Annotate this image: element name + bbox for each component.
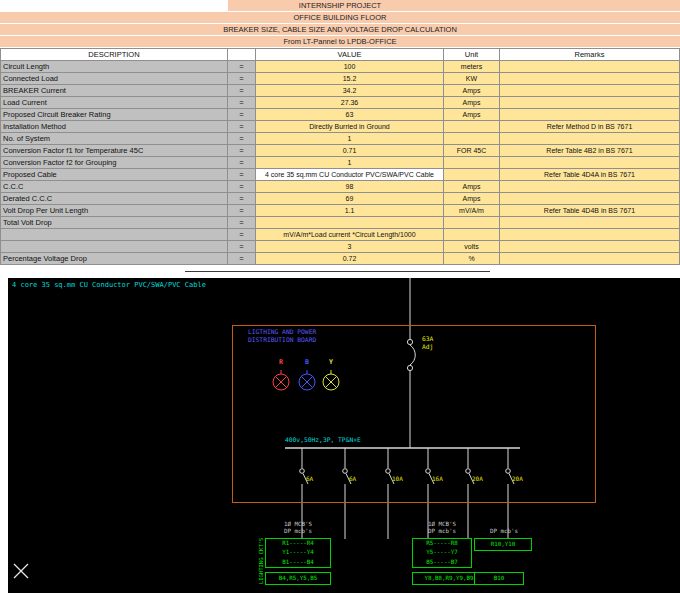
row-eq-cell[interactable]: = bbox=[228, 193, 256, 205]
row-remarks-cell[interactable] bbox=[500, 229, 680, 241]
row-description-cell[interactable]: Proposed Cable bbox=[0, 169, 228, 181]
row-description-cell[interactable]: Connected Load bbox=[0, 73, 228, 85]
row-unit-cell[interactable]: Amps bbox=[444, 181, 500, 193]
row-value-cell[interactable]: 98 bbox=[256, 181, 444, 193]
row-value-cell[interactable]: 100 bbox=[256, 61, 444, 73]
table-row: BREAKER Current = 34.2 Amps bbox=[0, 85, 680, 97]
row-eq-cell[interactable]: = bbox=[228, 121, 256, 133]
header-remarks[interactable]: Remarks bbox=[500, 48, 680, 61]
screenshot-root: INTERNSHIP PROJECT OFFICE BUILDING FLOOR… bbox=[0, 0, 680, 593]
row-description-cell[interactable]: Proposed Circuit Breaker Rating bbox=[0, 109, 228, 121]
row-description-cell[interactable]: Conversion Factor f1 for Temperature 45C bbox=[0, 145, 228, 157]
row-unit-cell[interactable] bbox=[444, 217, 500, 229]
row-eq-cell[interactable]: = bbox=[228, 73, 256, 85]
row-value-cell[interactable]: 0.71 bbox=[256, 145, 444, 157]
row-eq-cell[interactable]: = bbox=[228, 205, 256, 217]
row-eq-cell[interactable]: = bbox=[228, 61, 256, 73]
row-eq-cell[interactable]: = bbox=[228, 181, 256, 193]
side-vertical-label: LIGHTING CKT'S bbox=[258, 538, 264, 584]
row-eq-cell[interactable]: = bbox=[228, 169, 256, 181]
row-unit-cell[interactable]: meters bbox=[444, 61, 500, 73]
row-remarks-cell[interactable] bbox=[500, 97, 680, 109]
row-unit-cell[interactable] bbox=[444, 229, 500, 241]
cad-viewport[interactable]: 4 core 35 sq.mm CU Conductor PVC/SWA/PVC… bbox=[8, 278, 680, 593]
row-value-cell[interactable]: 3 bbox=[256, 241, 444, 253]
row-eq-cell[interactable]: = bbox=[228, 145, 256, 157]
row-value-cell[interactable]: 27.36 bbox=[256, 97, 444, 109]
row-eq-cell[interactable]: = bbox=[228, 97, 256, 109]
row-value-cell[interactable] bbox=[256, 217, 444, 229]
row-description-cell[interactable]: Load Current bbox=[0, 97, 228, 109]
header-value[interactable]: VALUE bbox=[256, 48, 444, 61]
row-value-cell[interactable]: 1.1 bbox=[256, 205, 444, 217]
row-remarks-cell[interactable] bbox=[500, 73, 680, 85]
header-description[interactable]: DESCRIPTION bbox=[0, 48, 228, 61]
row-remarks-cell[interactable]: Refer Table 4B2 in BS 7671 bbox=[500, 145, 680, 157]
row-remarks-cell[interactable] bbox=[500, 133, 680, 145]
row-unit-cell[interactable] bbox=[444, 133, 500, 145]
row-value-cell[interactable]: Directly Burried in Ground bbox=[256, 121, 444, 133]
row-unit-cell[interactable] bbox=[444, 169, 500, 181]
row-remarks-cell[interactable] bbox=[500, 253, 680, 265]
row-value-cell[interactable]: 34.2 bbox=[256, 85, 444, 97]
row-value-cell[interactable]: 63 bbox=[256, 109, 444, 121]
row-remarks-cell[interactable] bbox=[500, 61, 680, 73]
row-remarks-cell[interactable] bbox=[500, 85, 680, 97]
row-value-cell[interactable]: mV/A/m*Load current *Circuit Length/1000 bbox=[256, 229, 444, 241]
row-value-cell[interactable]: 4 core 35 sq.mm CU Conductor PVC/SWA/PVC… bbox=[256, 169, 444, 181]
row-description-cell[interactable]: Conversion Factor f2 for Grouping bbox=[0, 157, 228, 169]
row-description-cell[interactable] bbox=[0, 241, 228, 253]
row-unit-cell[interactable]: Amps bbox=[444, 109, 500, 121]
row-eq-cell[interactable]: = bbox=[228, 109, 256, 121]
row-unit-cell[interactable]: mV/A/m bbox=[444, 205, 500, 217]
row-unit-cell[interactable]: volts bbox=[444, 241, 500, 253]
row-remarks-cell[interactable] bbox=[500, 241, 680, 253]
row-description-cell[interactable]: Volt Drop Per Unit Length bbox=[0, 205, 228, 217]
row-unit-cell[interactable]: Amps bbox=[444, 193, 500, 205]
row-remarks-cell[interactable] bbox=[500, 157, 680, 169]
table-row: Derated C.C.C = 69 Amps bbox=[0, 193, 680, 205]
row-description-cell[interactable]: Installation Method bbox=[0, 121, 228, 133]
row-description-cell[interactable]: Circuit Length bbox=[0, 61, 228, 73]
row-unit-cell[interactable]: KW bbox=[444, 73, 500, 85]
row-eq-cell[interactable]: = bbox=[228, 241, 256, 253]
group-header-2-line1: 1Ø MCB'S bbox=[410, 521, 474, 528]
row-eq-cell[interactable]: = bbox=[228, 229, 256, 241]
row-eq-cell[interactable]: = bbox=[228, 253, 256, 265]
row-unit-cell[interactable]: Amps bbox=[444, 97, 500, 109]
row-description-cell[interactable]: Derated C.C.C bbox=[0, 193, 228, 205]
row-description-cell[interactable]: Total Volt Drop bbox=[0, 217, 228, 229]
row-value-cell[interactable]: 1 bbox=[256, 133, 444, 145]
row-value-cell[interactable]: 0.72 bbox=[256, 253, 444, 265]
row-unit-cell[interactable] bbox=[444, 157, 500, 169]
row-value-cell[interactable]: 15.2 bbox=[256, 73, 444, 85]
row-description-cell[interactable]: No. of System bbox=[0, 133, 228, 145]
row-eq-cell[interactable]: = bbox=[228, 85, 256, 97]
row-remarks-cell[interactable] bbox=[500, 193, 680, 205]
row-description-cell[interactable]: BREAKER Current bbox=[0, 85, 228, 97]
row-unit-cell[interactable]: % bbox=[444, 253, 500, 265]
row-remarks-cell[interactable]: Refer Table 4D4B in BS 7671 bbox=[500, 205, 680, 217]
header-eq[interactable] bbox=[228, 48, 256, 61]
calc-sheet: INTERNSHIP PROJECT OFFICE BUILDING FLOOR… bbox=[0, 0, 680, 265]
row-value-cell[interactable]: 1 bbox=[256, 157, 444, 169]
row-description-cell[interactable]: Percentage Voltage Drop bbox=[0, 253, 228, 265]
row-remarks-cell[interactable] bbox=[500, 181, 680, 193]
circuit-group-box-3: R10,Y10 bbox=[474, 538, 532, 551]
row-eq-cell[interactable]: = bbox=[228, 157, 256, 169]
row-remarks-cell[interactable]: Refer Method D in BS 7671 bbox=[500, 121, 680, 133]
table-row: Percentage Voltage Drop = 0.72 % bbox=[0, 253, 680, 265]
header-unit[interactable]: Unit bbox=[444, 48, 500, 61]
row-eq-cell[interactable]: = bbox=[228, 217, 256, 229]
row-unit-cell[interactable] bbox=[444, 121, 500, 133]
row-remarks-cell[interactable] bbox=[500, 109, 680, 121]
row-remarks-cell[interactable] bbox=[500, 217, 680, 229]
row-remarks-cell[interactable]: Refer Table 4D4A in BS 7671 bbox=[500, 169, 680, 181]
row-unit-cell[interactable]: Amps bbox=[444, 85, 500, 97]
row-description-cell[interactable]: C.C.C bbox=[0, 181, 228, 193]
row-value-cell[interactable]: 69 bbox=[256, 193, 444, 205]
phase-letter-b: B bbox=[302, 358, 312, 366]
row-unit-cell[interactable]: FOR 45C bbox=[444, 145, 500, 157]
row-eq-cell[interactable]: = bbox=[228, 133, 256, 145]
row-description-cell[interactable] bbox=[0, 229, 228, 241]
